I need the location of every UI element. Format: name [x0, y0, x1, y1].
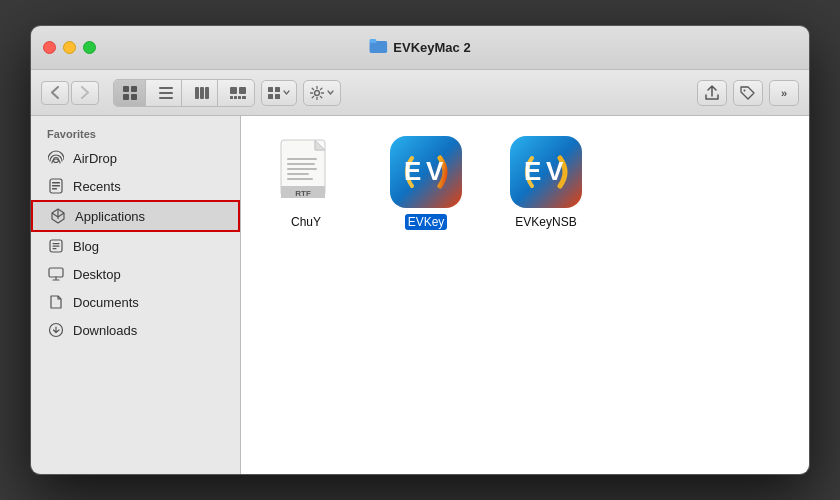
svg-rect-9: [195, 87, 199, 99]
svg-rect-17: [242, 96, 246, 99]
maximize-button[interactable]: [83, 41, 96, 54]
svg-rect-28: [52, 188, 57, 190]
finder-window: EVKeyMac 2: [30, 25, 810, 475]
title-bar: EVKeyMac 2: [31, 26, 809, 70]
file-area: RTF ChuY: [241, 116, 809, 474]
sidebar-item-downloads[interactable]: Downloads: [31, 316, 240, 344]
desktop-icon: [47, 265, 65, 283]
list-view-button[interactable]: [150, 80, 182, 106]
file-item-chuy[interactable]: RTF ChuY: [261, 136, 351, 230]
svg-rect-8: [159, 97, 173, 99]
svg-point-23: [744, 89, 746, 91]
sidebar: Favorites AirDrop: [31, 116, 241, 474]
blog-icon: [47, 237, 65, 255]
recents-icon: [47, 177, 65, 195]
file-name-chuy: ChuY: [288, 214, 324, 230]
evkey-app-icon: E V: [390, 136, 462, 208]
svg-rect-37: [287, 163, 315, 165]
applications-label: Applications: [75, 209, 145, 224]
window-title: EVKeyMac 2: [393, 40, 470, 55]
svg-rect-30: [53, 243, 60, 244]
view-controls: [113, 79, 255, 107]
airdrop-label: AirDrop: [73, 151, 117, 166]
svg-rect-19: [275, 87, 280, 92]
svg-rect-11: [205, 87, 209, 99]
svg-rect-39: [287, 173, 309, 175]
svg-text:V: V: [546, 156, 564, 186]
toolbar: »: [31, 70, 809, 116]
title-bar-center: EVKeyMac 2: [369, 38, 470, 57]
svg-rect-33: [49, 268, 63, 277]
svg-text:RTF: RTF: [295, 189, 311, 198]
svg-rect-20: [268, 94, 273, 99]
applications-icon: [49, 207, 67, 225]
gallery-view-button[interactable]: [222, 80, 254, 106]
svg-rect-6: [159, 87, 173, 89]
svg-rect-4: [123, 94, 129, 100]
sidebar-item-airdrop[interactable]: AirDrop: [31, 144, 240, 172]
more-button[interactable]: »: [769, 80, 799, 106]
svg-rect-21: [275, 94, 280, 99]
svg-rect-13: [239, 87, 246, 94]
svg-text:V: V: [426, 156, 444, 186]
documents-icon: [47, 293, 65, 311]
share-button[interactable]: [697, 80, 727, 106]
svg-rect-26: [52, 182, 60, 184]
minimize-button[interactable]: [63, 41, 76, 54]
svg-point-22: [315, 90, 320, 95]
rtf-file-icon: RTF: [270, 136, 342, 208]
view-dropdown-button[interactable]: [261, 80, 297, 106]
downloads-label: Downloads: [73, 323, 137, 338]
sidebar-item-desktop[interactable]: Desktop: [31, 260, 240, 288]
sidebar-item-blog[interactable]: Blog: [31, 232, 240, 260]
traffic-lights: [43, 41, 96, 54]
svg-rect-12: [230, 87, 237, 94]
svg-rect-2: [123, 86, 129, 92]
svg-rect-3: [131, 86, 137, 92]
svg-rect-38: [287, 168, 317, 170]
svg-text:E: E: [524, 156, 541, 186]
svg-rect-18: [268, 87, 273, 92]
back-button[interactable]: [41, 81, 69, 105]
tag-button[interactable]: [733, 80, 763, 106]
sidebar-section-favorites: Favorites: [31, 124, 240, 144]
file-item-evkey[interactable]: E V EVKey: [381, 136, 471, 230]
column-view-button[interactable]: [186, 80, 218, 106]
svg-rect-5: [131, 94, 137, 100]
nav-buttons: [41, 81, 99, 105]
documents-label: Documents: [73, 295, 139, 310]
file-name-evkeynsb: EVKeyNSB: [512, 214, 579, 230]
svg-rect-7: [159, 92, 173, 94]
folder-icon: [369, 38, 387, 57]
airdrop-icon: [47, 149, 65, 167]
svg-rect-31: [53, 246, 60, 247]
evkeynsb-app-icon: E V: [510, 136, 582, 208]
recents-label: Recents: [73, 179, 121, 194]
svg-rect-32: [53, 248, 57, 249]
svg-text:E: E: [404, 156, 421, 186]
sidebar-item-documents[interactable]: Documents: [31, 288, 240, 316]
sidebar-item-applications[interactable]: Applications: [31, 200, 240, 232]
sidebar-item-recents[interactable]: Recents: [31, 172, 240, 200]
desktop-label: Desktop: [73, 267, 121, 282]
gear-dropdown-button[interactable]: [303, 80, 341, 106]
file-name-evkey: EVKey: [405, 214, 448, 230]
icon-view-button[interactable]: [114, 80, 146, 106]
svg-rect-16: [238, 96, 241, 99]
svg-rect-40: [287, 178, 313, 180]
blog-label: Blog: [73, 239, 99, 254]
close-button[interactable]: [43, 41, 56, 54]
svg-rect-27: [52, 185, 60, 187]
forward-button[interactable]: [71, 81, 99, 105]
svg-rect-36: [287, 158, 317, 160]
svg-rect-1: [369, 39, 376, 43]
svg-rect-14: [230, 96, 233, 99]
downloads-icon: [47, 321, 65, 339]
file-item-evkeynsb[interactable]: E V EVKeyNSB: [501, 136, 591, 230]
svg-rect-10: [200, 87, 204, 99]
svg-rect-15: [234, 96, 237, 99]
main-content: Favorites AirDrop: [31, 116, 809, 474]
